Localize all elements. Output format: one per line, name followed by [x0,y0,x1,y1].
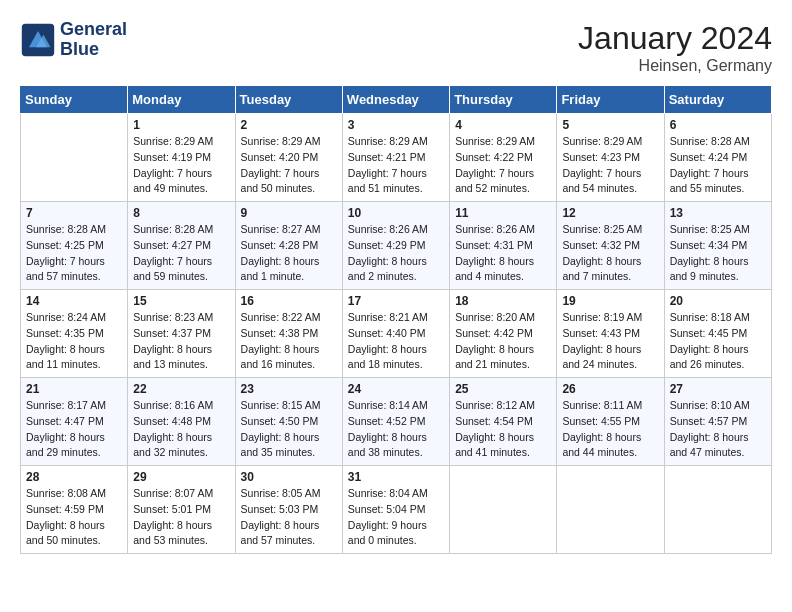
day-number: 27 [670,382,766,396]
day-info: Sunrise: 8:10 AMSunset: 4:57 PMDaylight:… [670,398,766,461]
day-info: Sunrise: 8:04 AMSunset: 5:04 PMDaylight:… [348,486,444,549]
calendar-cell: 22Sunrise: 8:16 AMSunset: 4:48 PMDayligh… [128,378,235,466]
week-row-1: 1Sunrise: 8:29 AMSunset: 4:19 PMDaylight… [21,114,772,202]
day-number: 18 [455,294,551,308]
day-number: 3 [348,118,444,132]
calendar-cell: 17Sunrise: 8:21 AMSunset: 4:40 PMDayligh… [342,290,449,378]
calendar-cell [450,466,557,554]
day-number: 17 [348,294,444,308]
calendar-cell: 24Sunrise: 8:14 AMSunset: 4:52 PMDayligh… [342,378,449,466]
day-info: Sunrise: 8:25 AMSunset: 4:34 PMDaylight:… [670,222,766,285]
day-number: 1 [133,118,229,132]
day-number: 5 [562,118,658,132]
calendar-cell: 11Sunrise: 8:26 AMSunset: 4:31 PMDayligh… [450,202,557,290]
day-info: Sunrise: 8:11 AMSunset: 4:55 PMDaylight:… [562,398,658,461]
day-number: 10 [348,206,444,220]
calendar-cell: 7Sunrise: 8:28 AMSunset: 4:25 PMDaylight… [21,202,128,290]
day-info: Sunrise: 8:29 AMSunset: 4:21 PMDaylight:… [348,134,444,197]
calendar-cell: 21Sunrise: 8:17 AMSunset: 4:47 PMDayligh… [21,378,128,466]
header-saturday: Saturday [664,86,771,114]
day-number: 11 [455,206,551,220]
calendar-cell: 28Sunrise: 8:08 AMSunset: 4:59 PMDayligh… [21,466,128,554]
calendar-cell: 3Sunrise: 8:29 AMSunset: 4:21 PMDaylight… [342,114,449,202]
day-number: 9 [241,206,337,220]
header-tuesday: Tuesday [235,86,342,114]
day-number: 23 [241,382,337,396]
calendar-cell: 2Sunrise: 8:29 AMSunset: 4:20 PMDaylight… [235,114,342,202]
calendar-cell: 30Sunrise: 8:05 AMSunset: 5:03 PMDayligh… [235,466,342,554]
day-number: 13 [670,206,766,220]
day-info: Sunrise: 8:29 AMSunset: 4:19 PMDaylight:… [133,134,229,197]
calendar-cell: 13Sunrise: 8:25 AMSunset: 4:34 PMDayligh… [664,202,771,290]
calendar-cell: 29Sunrise: 8:07 AMSunset: 5:01 PMDayligh… [128,466,235,554]
calendar-cell [21,114,128,202]
calendar-cell [557,466,664,554]
day-info: Sunrise: 8:15 AMSunset: 4:50 PMDaylight:… [241,398,337,461]
day-info: Sunrise: 8:05 AMSunset: 5:03 PMDaylight:… [241,486,337,549]
day-info: Sunrise: 8:26 AMSunset: 4:29 PMDaylight:… [348,222,444,285]
calendar-cell: 31Sunrise: 8:04 AMSunset: 5:04 PMDayligh… [342,466,449,554]
logo-text: General Blue [60,20,127,60]
calendar-cell: 27Sunrise: 8:10 AMSunset: 4:57 PMDayligh… [664,378,771,466]
day-info: Sunrise: 8:16 AMSunset: 4:48 PMDaylight:… [133,398,229,461]
page-header: General Blue January 2024 Heinsen, Germa… [20,20,772,75]
location: Heinsen, Germany [578,57,772,75]
logo-line1: General [60,19,127,39]
calendar-cell: 4Sunrise: 8:29 AMSunset: 4:22 PMDaylight… [450,114,557,202]
logo-line2: Blue [60,39,99,59]
day-info: Sunrise: 8:19 AMSunset: 4:43 PMDaylight:… [562,310,658,373]
calendar-cell: 8Sunrise: 8:28 AMSunset: 4:27 PMDaylight… [128,202,235,290]
day-number: 21 [26,382,122,396]
day-info: Sunrise: 8:21 AMSunset: 4:40 PMDaylight:… [348,310,444,373]
calendar-cell: 26Sunrise: 8:11 AMSunset: 4:55 PMDayligh… [557,378,664,466]
day-info: Sunrise: 8:23 AMSunset: 4:37 PMDaylight:… [133,310,229,373]
calendar-cell: 23Sunrise: 8:15 AMSunset: 4:50 PMDayligh… [235,378,342,466]
day-info: Sunrise: 8:27 AMSunset: 4:28 PMDaylight:… [241,222,337,285]
day-number: 4 [455,118,551,132]
day-info: Sunrise: 8:14 AMSunset: 4:52 PMDaylight:… [348,398,444,461]
header-sunday: Sunday [21,86,128,114]
day-number: 19 [562,294,658,308]
day-number: 31 [348,470,444,484]
calendar-cell [664,466,771,554]
day-number: 15 [133,294,229,308]
calendar-cell: 10Sunrise: 8:26 AMSunset: 4:29 PMDayligh… [342,202,449,290]
day-info: Sunrise: 8:18 AMSunset: 4:45 PMDaylight:… [670,310,766,373]
day-number: 28 [26,470,122,484]
header-friday: Friday [557,86,664,114]
calendar-cell: 25Sunrise: 8:12 AMSunset: 4:54 PMDayligh… [450,378,557,466]
day-number: 24 [348,382,444,396]
day-number: 26 [562,382,658,396]
week-row-2: 7Sunrise: 8:28 AMSunset: 4:25 PMDaylight… [21,202,772,290]
week-row-5: 28Sunrise: 8:08 AMSunset: 4:59 PMDayligh… [21,466,772,554]
day-number: 2 [241,118,337,132]
day-number: 12 [562,206,658,220]
calendar-cell: 20Sunrise: 8:18 AMSunset: 4:45 PMDayligh… [664,290,771,378]
day-info: Sunrise: 8:24 AMSunset: 4:35 PMDaylight:… [26,310,122,373]
day-info: Sunrise: 8:20 AMSunset: 4:42 PMDaylight:… [455,310,551,373]
header-thursday: Thursday [450,86,557,114]
day-info: Sunrise: 8:29 AMSunset: 4:22 PMDaylight:… [455,134,551,197]
calendar-cell: 15Sunrise: 8:23 AMSunset: 4:37 PMDayligh… [128,290,235,378]
header-wednesday: Wednesday [342,86,449,114]
day-info: Sunrise: 8:29 AMSunset: 4:23 PMDaylight:… [562,134,658,197]
day-info: Sunrise: 8:28 AMSunset: 4:24 PMDaylight:… [670,134,766,197]
day-number: 16 [241,294,337,308]
calendar-cell: 6Sunrise: 8:28 AMSunset: 4:24 PMDaylight… [664,114,771,202]
calendar-cell: 9Sunrise: 8:27 AMSunset: 4:28 PMDaylight… [235,202,342,290]
day-number: 20 [670,294,766,308]
calendar-cell: 18Sunrise: 8:20 AMSunset: 4:42 PMDayligh… [450,290,557,378]
day-info: Sunrise: 8:28 AMSunset: 4:27 PMDaylight:… [133,222,229,285]
calendar-cell: 1Sunrise: 8:29 AMSunset: 4:19 PMDaylight… [128,114,235,202]
calendar-cell: 16Sunrise: 8:22 AMSunset: 4:38 PMDayligh… [235,290,342,378]
day-info: Sunrise: 8:26 AMSunset: 4:31 PMDaylight:… [455,222,551,285]
logo: General Blue [20,20,127,60]
day-number: 6 [670,118,766,132]
day-number: 22 [133,382,229,396]
day-info: Sunrise: 8:12 AMSunset: 4:54 PMDaylight:… [455,398,551,461]
calendar-table: SundayMondayTuesdayWednesdayThursdayFrid… [20,85,772,554]
calendar-cell: 12Sunrise: 8:25 AMSunset: 4:32 PMDayligh… [557,202,664,290]
calendar-cell: 19Sunrise: 8:19 AMSunset: 4:43 PMDayligh… [557,290,664,378]
logo-icon [20,22,56,58]
calendar-cell: 14Sunrise: 8:24 AMSunset: 4:35 PMDayligh… [21,290,128,378]
